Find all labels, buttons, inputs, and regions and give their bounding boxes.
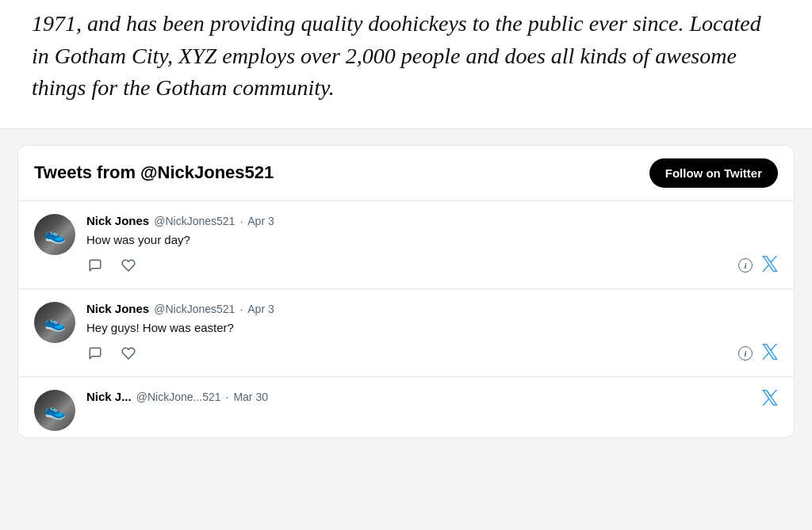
tweet-content-partial: Nick J... @NickJone...521 · Mar 30: [86, 390, 762, 407]
widget-header: Tweets from @NickJones521 Follow on Twit…: [18, 146, 794, 201]
page-wrapper: 1971, and has been providing quality doo…: [0, 0, 812, 530]
like-button[interactable]: [120, 257, 137, 274]
tweet-meta: Nick Jones @NickJones521 · Apr 3: [86, 302, 778, 315]
tweet-bottom-row: i: [86, 256, 778, 276]
avatar-image: 👟: [34, 302, 75, 343]
tweet-row: 👟 Nick Jones @NickJones521 · Apr 3 How w…: [18, 201, 794, 289]
tweet-actions-left: [86, 345, 137, 362]
widget-title: Tweets from @NickJones521: [34, 162, 274, 183]
tweet-author-handle: @NickJones521: [154, 215, 235, 227]
tweet-row-partial: 👟 Nick J... @NickJone...521 · Mar 30: [18, 377, 794, 437]
tweet-date: Apr 3: [247, 303, 274, 315]
reply-button[interactable]: [86, 257, 104, 274]
tweet-content: Nick Jones @NickJones521 · Apr 3 Hey guy…: [86, 302, 778, 364]
tweet-actions-left: [86, 257, 137, 274]
x-logo-icon[interactable]: [762, 256, 778, 276]
avatar: 👟: [34, 214, 75, 255]
tweet-text: How was your day?: [86, 231, 778, 248]
info-button[interactable]: i: [738, 258, 753, 273]
tweet-separator: ·: [239, 303, 243, 315]
follow-on-twitter-button[interactable]: Follow on Twitter: [649, 158, 778, 188]
tweet-date: Apr 3: [247, 215, 274, 227]
avatar-image: 👟: [34, 214, 75, 255]
intro-text-area: 1971, and has been providing quality doo…: [0, 0, 812, 129]
tweet-author-name: Nick Jones: [86, 302, 149, 315]
info-button[interactable]: i: [738, 346, 753, 360]
tweet-author-name: Nick J...: [86, 390, 132, 403]
tweet-bottom-row: i: [86, 344, 778, 364]
tweet-author-handle: @NickJone...521: [136, 391, 221, 403]
tweet-author-name: Nick Jones: [86, 214, 149, 227]
tweet-content: Nick Jones @NickJones521 · Apr 3 How was…: [86, 214, 778, 276]
tweet-meta: Nick Jones @NickJones521 · Apr 3: [86, 214, 778, 227]
reply-button[interactable]: [86, 345, 104, 362]
x-logo-icon[interactable]: [762, 390, 778, 410]
intro-paragraph: 1971, and has been providing quality doo…: [32, 8, 780, 105]
avatar-image: 👟: [34, 390, 75, 431]
avatar: 👟: [34, 390, 75, 431]
avatar: 👟: [34, 302, 75, 343]
tweet-row: 👟 Nick Jones @NickJones521 · Apr 3 Hey g…: [18, 289, 794, 377]
x-logo-icon[interactable]: [762, 344, 778, 364]
tweet-separator: ·: [239, 215, 243, 227]
twitter-widget: Tweets from @NickJones521 Follow on Twit…: [17, 145, 795, 438]
like-button[interactable]: [120, 345, 137, 362]
tweet-author-handle: @NickJones521: [154, 303, 235, 315]
tweet-text: Hey guys! How was easter?: [86, 319, 778, 336]
tweet-separator: ·: [226, 391, 229, 403]
tweet-meta: Nick J... @NickJone...521 · Mar 30: [86, 390, 762, 403]
tweet-date: Mar 30: [233, 391, 268, 403]
